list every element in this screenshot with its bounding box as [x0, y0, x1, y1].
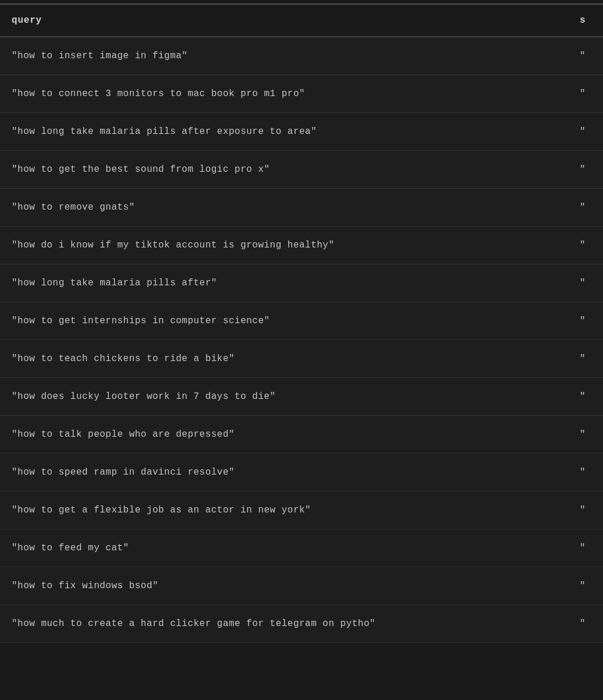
table-row[interactable]: "how to fix windows bsod""	[0, 567, 603, 605]
row-s-cell: "	[574, 534, 603, 562]
table-row[interactable]: "how to insert image in figma""	[0, 37, 603, 75]
row-query-cell: "how does lucky looter work in 7 days to…	[0, 381, 574, 412]
table-row[interactable]: "how to get internships in computer scie…	[0, 302, 603, 340]
table-container: query s "how to insert image in figma"""…	[0, 0, 603, 643]
row-query-cell: "how to insert image in figma"	[0, 41, 574, 71]
table-row[interactable]: "how to get a flexible job as an actor i…	[0, 492, 603, 529]
table-row[interactable]: "how does lucky looter work in 7 days to…	[0, 378, 603, 416]
header-query: query	[0, 10, 574, 30]
row-query-cell: "how to connect 3 monitors to mac book p…	[0, 79, 574, 109]
header-s: s	[574, 10, 603, 30]
top-bar	[0, 0, 603, 5]
table-row[interactable]: "how do i know if my tiktok account is g…	[0, 227, 603, 264]
row-s-cell: "	[574, 572, 603, 600]
table-body: "how to insert image in figma"""how to c…	[0, 37, 603, 643]
row-s-cell: "	[574, 269, 603, 297]
table-row[interactable]: "how to teach chickens to ride a bike""	[0, 340, 603, 378]
row-query-cell: "how to talk people who are depressed"	[0, 419, 574, 450]
row-s-cell: "	[574, 610, 603, 638]
table-row[interactable]: "how much to create a hard clicker game …	[0, 605, 603, 643]
row-s-cell: "	[574, 458, 603, 486]
row-query-cell: "how long take malaria pills after"	[0, 268, 574, 298]
row-query-cell: "how to speed ramp in davinci resolve"	[0, 457, 574, 487]
table-row[interactable]: "how to get the best sound from logic pr…	[0, 151, 603, 189]
row-query-cell: "how to get a flexible job as an actor i…	[0, 495, 574, 525]
table-row[interactable]: "how to talk people who are depressed""	[0, 416, 603, 454]
row-query-cell: "how to teach chickens to ride a bike"	[0, 344, 574, 374]
table-row[interactable]: "how to remove gnats""	[0, 189, 603, 227]
row-s-cell: "	[574, 496, 603, 524]
row-query-cell: "how long take malaria pills after expos…	[0, 116, 574, 147]
table-header: query s	[0, 5, 603, 37]
row-query-cell: "how to remove gnats"	[0, 192, 574, 222]
row-query-cell: "how to get internships in computer scie…	[0, 306, 574, 336]
row-s-cell: "	[574, 155, 603, 183]
table-row[interactable]: "how to feed my cat""	[0, 529, 603, 567]
row-s-cell: "	[574, 118, 603, 146]
row-s-cell: "	[574, 383, 603, 411]
row-s-cell: "	[574, 42, 603, 70]
row-query-cell: "how to fix windows bsod"	[0, 571, 574, 601]
row-s-cell: "	[574, 345, 603, 373]
table-row[interactable]: "how long take malaria pills after expos…	[0, 113, 603, 151]
row-s-cell: "	[574, 193, 603, 221]
row-s-cell: "	[574, 420, 603, 448]
row-s-cell: "	[574, 307, 603, 335]
row-query-cell: "how to feed my cat"	[0, 533, 574, 563]
table-row[interactable]: "how to connect 3 monitors to mac book p…	[0, 75, 603, 113]
row-query-cell: "how to get the best sound from logic pr…	[0, 154, 574, 185]
row-query-cell: "how much to create a hard clicker game …	[0, 609, 574, 639]
table-row[interactable]: "how long take malaria pills after""	[0, 264, 603, 302]
table-row[interactable]: "how to speed ramp in davinci resolve""	[0, 454, 603, 492]
row-query-cell: "how do i know if my tiktok account is g…	[0, 230, 574, 260]
row-s-cell: "	[574, 80, 603, 108]
row-s-cell: "	[574, 231, 603, 259]
